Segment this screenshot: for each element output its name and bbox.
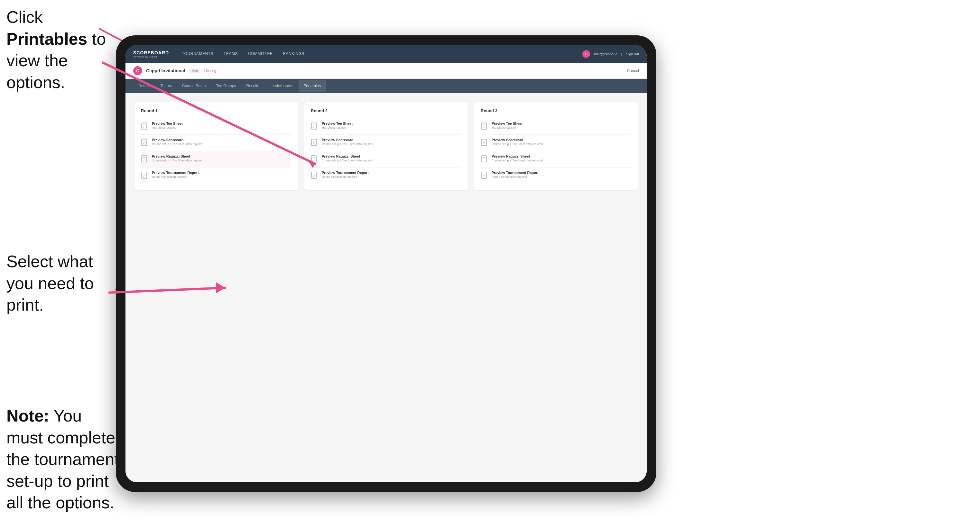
print-r3-scorecard-icon xyxy=(480,138,488,148)
user-initial: B xyxy=(585,52,587,56)
print-r3-tee-sheet-icon xyxy=(480,122,488,131)
sign-out-link[interactable]: Sign out xyxy=(626,52,639,56)
round-3-scorecard[interactable]: Preview Scorecard Course setup + Tee She… xyxy=(480,135,631,151)
round-3-scorecard-content: Preview Scorecard Course setup + Tee She… xyxy=(492,138,543,146)
round-2-tee-sheet-content: Preview Tee Sheet Tee Sheet required xyxy=(322,122,353,129)
round-1-tee-sheet-subtitle: Tee Sheet required xyxy=(152,126,183,129)
print-scorecard-icon xyxy=(141,138,149,148)
round-2-scorecard-subtitle: Course setup + Tee Sheet data required xyxy=(322,143,373,146)
round-2-raguzzi-content: Preview Raguzzi Sheet Course setup + Tee… xyxy=(322,154,373,162)
top-nav: SCOREBOARD Powered by clippd TOURNAMENTS… xyxy=(126,45,647,63)
print-tournament-report-icon xyxy=(141,171,149,180)
print-tee-sheet-icon xyxy=(141,122,149,131)
round-2-raguzzi-title: Preview Raguzzi Sheet xyxy=(322,154,373,158)
round-3-tournament-report[interactable]: Preview Tournament Report Round Completi… xyxy=(480,168,631,184)
round-2-tournament-report-content: Preview Tournament Report Round Completi… xyxy=(322,171,369,178)
round-3-raguzzi-subtitle: Course setup + Tee Sheet data required xyxy=(492,159,543,162)
tab-printables[interactable]: Printables xyxy=(299,80,326,92)
round-1-raguzzi-title: Preview Raguzzi Sheet xyxy=(152,154,203,158)
round-3-scorecard-title: Preview Scorecard xyxy=(492,138,543,142)
nav-rankings[interactable]: RANKINGS xyxy=(283,50,304,58)
round-1-tournament-report-title: Preview Tournament Report xyxy=(152,171,199,175)
round-3-raguzzi[interactable]: Preview Raguzzi Sheet Course setup + Tee… xyxy=(480,151,631,168)
round-2-scorecard-content: Preview Scorecard Course setup + Tee She… xyxy=(322,138,373,146)
round-1-scorecard[interactable]: Preview Scorecard Course setup + Tee She… xyxy=(141,135,291,151)
tournament-title-area: C Clippd Invitational Men Hosting xyxy=(133,66,216,75)
round-2-scorecard-title: Preview Scorecard xyxy=(322,138,373,142)
print-r2-tournament-report-icon xyxy=(311,171,318,180)
round-3-tournament-report-content: Preview Tournament Report Round Completi… xyxy=(492,171,539,178)
round-3-section: Round 3 Preview Tee Sheet Tee Sheet requ… xyxy=(474,102,638,190)
print-r2-scorecard-icon xyxy=(311,138,318,148)
cancel-button[interactable]: Cancel xyxy=(627,68,639,73)
annotation-bottom: Note: You must complete the tournament s… xyxy=(6,405,122,514)
nav-links: TOURNAMENTS TEAMS COMMITTEE RANKINGS xyxy=(182,50,582,58)
user-avatar: B xyxy=(582,50,590,58)
round-2-title: Round 2 xyxy=(311,108,461,113)
round-2-raguzzi-subtitle: Course setup + Tee Sheet data required xyxy=(322,159,373,162)
round-1-scorecard-subtitle: Course setup + Tee Sheet data required xyxy=(152,143,203,146)
round-1-section: Round 1 Preview Tee Sheet Tee Sheet requ… xyxy=(135,102,298,190)
tournament-header: C Clippd Invitational Men Hosting Cancel xyxy=(126,63,647,79)
round-1-raguzzi-subtitle: Course setup + Tee Sheet data required xyxy=(152,159,203,162)
round-3-raguzzi-title: Preview Raguzzi Sheet xyxy=(492,154,543,158)
nav-teams[interactable]: TEAMS xyxy=(224,50,238,58)
round-1-raguzzi-content: Preview Raguzzi Sheet Course setup + Tee… xyxy=(152,154,203,162)
tab-bar: Details Teams Course Setup Tee Groups Re… xyxy=(126,79,647,93)
round-1-tournament-report[interactable]: Preview Tournament Report Round Completi… xyxy=(141,168,291,184)
round-1-scorecard-title: Preview Scorecard xyxy=(152,138,203,142)
print-r3-tournament-report-icon xyxy=(480,171,488,180)
annotation-top: Click Printables to view the options. xyxy=(6,6,110,93)
round-1-title: Round 1 xyxy=(141,108,291,113)
round-2-tee-sheet[interactable]: Preview Tee Sheet Tee Sheet required xyxy=(311,118,461,135)
round-2-raguzzi[interactable]: Preview Raguzzi Sheet Course setup + Tee… xyxy=(311,151,461,168)
tournament-badge: Men xyxy=(189,68,200,73)
round-3-tee-sheet[interactable]: Preview Tee Sheet Tee Sheet required xyxy=(480,118,631,135)
printables-bold: Printables xyxy=(6,30,87,48)
hosting-badge: Hosting xyxy=(204,69,216,73)
print-r2-tee-sheet-icon xyxy=(311,122,318,131)
round-3-tee-sheet-subtitle: Tee Sheet required xyxy=(492,126,522,129)
round-2-tournament-report-title: Preview Tournament Report xyxy=(322,171,369,175)
round-2-section: Round 2 Preview Tee Sheet Tee Sheet requ… xyxy=(304,102,468,190)
logo-subtitle: Powered by clippd xyxy=(133,55,169,58)
tablet-screen: SCOREBOARD Powered by clippd TOURNAMENTS… xyxy=(126,45,647,482)
round-3-tee-sheet-title: Preview Tee Sheet xyxy=(492,122,522,125)
note-bold: Note: xyxy=(6,406,49,425)
user-email: blair@clippd.io xyxy=(594,52,617,56)
annotation-middle: Select what you need to print. xyxy=(6,251,110,316)
round-2-tee-sheet-subtitle: Tee Sheet required xyxy=(322,126,353,129)
round-3-title: Round 3 xyxy=(480,108,631,113)
round-2-tournament-report[interactable]: Preview Tournament Report Round Completi… xyxy=(311,168,461,184)
round-1-tournament-report-content: Preview Tournament Report Round Completi… xyxy=(152,171,199,178)
print-r3-raguzzi-icon xyxy=(480,155,488,164)
round-3-tournament-report-subtitle: Round Completion required xyxy=(492,175,539,178)
annotation-middle-text: Select what you need to print. xyxy=(6,252,94,314)
tab-course-setup[interactable]: Course Setup xyxy=(177,80,211,92)
round-1-tee-sheet-title: Preview Tee Sheet xyxy=(152,122,183,125)
round-1-tee-sheet[interactable]: Preview Tee Sheet Tee Sheet required xyxy=(141,118,291,135)
print-raguzzi-icon xyxy=(141,155,149,164)
print-r2-raguzzi-icon xyxy=(311,155,318,164)
tab-tee-groups[interactable]: Tee Groups xyxy=(211,80,241,92)
nav-committee[interactable]: COMMITTEE xyxy=(248,50,273,58)
tab-details[interactable]: Details xyxy=(133,80,155,92)
tablet: SCOREBOARD Powered by clippd TOURNAMENTS… xyxy=(116,35,656,492)
nav-tournaments[interactable]: TOURNAMENTS xyxy=(182,50,213,58)
round-3-tee-sheet-content: Preview Tee Sheet Tee Sheet required xyxy=(492,122,522,129)
nav-right: B blair@clippd.io | Sign out xyxy=(582,50,639,58)
round-3-tournament-report-title: Preview Tournament Report xyxy=(492,171,539,175)
round-3-raguzzi-content: Preview Raguzzi Sheet Course setup + Tee… xyxy=(492,154,543,162)
round-1-raguzzi[interactable]: Preview Raguzzi Sheet Course setup + Tee… xyxy=(141,151,291,168)
main-content: Round 1 Preview Tee Sheet Tee Sheet requ… xyxy=(126,93,647,482)
tab-results[interactable]: Results xyxy=(241,80,264,92)
round-3-scorecard-subtitle: Course setup + Tee Sheet data required xyxy=(492,143,543,146)
round-1-tournament-report-subtitle: Round Completion required xyxy=(152,175,199,178)
tab-leaderboards[interactable]: Leaderboards xyxy=(264,80,298,92)
pipe-separator: | xyxy=(621,52,622,56)
tab-teams[interactable]: Teams xyxy=(155,80,177,92)
round-2-scorecard[interactable]: Preview Scorecard Course setup + Tee She… xyxy=(311,135,461,151)
round-1-tee-sheet-content: Preview Tee Sheet Tee Sheet required xyxy=(152,122,183,129)
rounds-grid: Round 1 Preview Tee Sheet Tee Sheet requ… xyxy=(135,102,638,190)
scoreboard-logo: SCOREBOARD Powered by clippd xyxy=(133,50,169,58)
